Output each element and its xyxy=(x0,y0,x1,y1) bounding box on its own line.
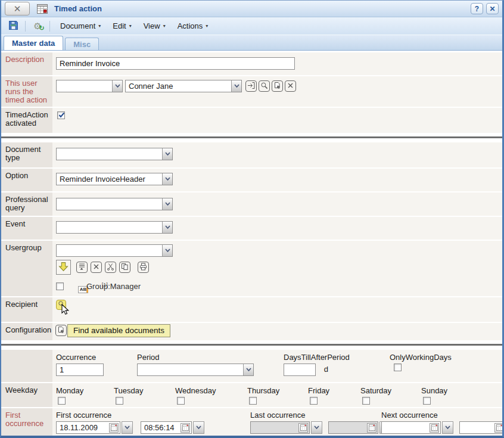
print-button[interactable] xyxy=(138,262,149,273)
menu-label: Document xyxy=(60,21,95,30)
first-date-value: 18.11.2009 xyxy=(60,423,109,432)
dropdown-arrow-icon[interactable] xyxy=(193,421,204,434)
clear-icon xyxy=(287,82,294,91)
days-till-after-period-label: DaysTillAfterPeriod xyxy=(284,353,350,362)
user-select[interactable]: Conner Jane xyxy=(125,80,242,92)
occurrence-input[interactable] xyxy=(56,364,104,376)
dropdown-arrow-icon[interactable] xyxy=(162,173,172,185)
first-date-field[interactable]: 18.11.2009 xyxy=(56,421,120,434)
dropdown-arrow-icon[interactable] xyxy=(162,198,172,210)
dropdown-arrow-icon[interactable] xyxy=(231,80,241,92)
period-select[interactable] xyxy=(137,364,254,376)
weekday-friday: Friday xyxy=(308,386,329,406)
menu-view[interactable]: View ▾ xyxy=(138,20,172,32)
dropdown-arrow-icon[interactable] xyxy=(112,80,122,92)
friday-checkbox[interactable] xyxy=(310,397,318,405)
help-button[interactable]: ? xyxy=(471,3,483,14)
copy-button[interactable] xyxy=(119,262,130,273)
tuesday-checkbox[interactable] xyxy=(116,397,123,405)
thursday-checkbox[interactable] xyxy=(249,397,257,405)
usergroup-select[interactable] xyxy=(56,244,173,257)
user-type-select[interactable] xyxy=(56,80,123,92)
configuration-row: Configuration Find available documents xyxy=(1,323,502,340)
goto-user-button[interactable] xyxy=(245,80,257,92)
close-window-left-button[interactable]: ✕ xyxy=(5,2,30,15)
saturday-checkbox[interactable] xyxy=(362,397,370,405)
professional-query-row: Professional query xyxy=(1,192,502,216)
days-till-after-period-group: DaysTillAfterPeriod d xyxy=(284,353,350,376)
configuration-button[interactable] xyxy=(55,325,67,336)
weekday-sunday: Sunday xyxy=(421,386,447,406)
save-button[interactable] xyxy=(5,19,21,33)
calendar-mini-icon xyxy=(298,423,308,433)
only-working-days-group: OnlyWorkingDays xyxy=(390,353,452,373)
chevron-down-icon: ▾ xyxy=(206,23,208,29)
clear-user-button[interactable] xyxy=(285,80,296,92)
days-unit-label: d xyxy=(324,365,328,374)
document-type-select[interactable] xyxy=(56,148,173,160)
next-occurrence-group: Next occurrence xyxy=(381,411,502,434)
tab-master-data[interactable]: Master data xyxy=(4,36,63,50)
usergroup-label: Usergroup xyxy=(1,241,52,296)
description-input[interactable] xyxy=(56,57,295,70)
first-time-field[interactable]: 08:56:14 xyxy=(141,421,192,434)
menu-actions[interactable]: Actions ▾ xyxy=(172,20,214,32)
select-all-button[interactable] xyxy=(76,262,88,273)
dropdown-arrow-icon[interactable] xyxy=(162,245,172,256)
add-usergroup-button[interactable] xyxy=(56,260,71,275)
save-icon xyxy=(8,20,18,32)
toolbar: ⚙↻ Document ▾ Edit ▾ View ▾ Actions ▾ xyxy=(1,17,502,35)
run-button[interactable]: ⚙↻ xyxy=(30,19,45,33)
option-select[interactable]: Reminder InvoiceHeader xyxy=(56,173,173,185)
dropdown-arrow-icon[interactable] xyxy=(442,421,453,434)
dropdown-arrow-icon[interactable] xyxy=(162,148,172,160)
toolbar-separator xyxy=(25,21,26,32)
paste-icon xyxy=(273,82,281,91)
next-time-field[interactable] xyxy=(459,421,502,434)
section-separator xyxy=(1,133,502,142)
option-label: Option xyxy=(1,169,52,191)
dropdown-arrow-icon[interactable] xyxy=(162,222,172,233)
days-till-after-period-input[interactable] xyxy=(284,364,316,376)
calendar-mini-icon[interactable] xyxy=(109,423,119,433)
event-select[interactable] xyxy=(56,221,173,234)
delete-entry-button[interactable] xyxy=(91,262,102,273)
wednesday-checkbox[interactable] xyxy=(177,397,185,405)
event-value xyxy=(57,222,162,233)
only-working-days-label: OnlyWorkingDays xyxy=(390,353,452,362)
first-occurrence-row-label: First occurrence xyxy=(1,408,52,436)
calendar-mini-icon[interactable] xyxy=(181,423,190,433)
professional-query-select[interactable] xyxy=(56,198,173,210)
close-button[interactable]: ✕ xyxy=(486,3,499,14)
menu-document[interactable]: Document ▾ xyxy=(54,20,107,32)
only-working-days-checkbox[interactable] xyxy=(394,364,402,371)
last-occurrence-date xyxy=(250,421,322,434)
next-date-field[interactable] xyxy=(381,421,441,434)
next-occurrence-label: Next occurrence xyxy=(381,411,502,420)
calendar-mini-icon[interactable] xyxy=(430,423,439,433)
group-entry-checkbox[interactable] xyxy=(56,282,64,290)
usergroup-row: Usergroup xyxy=(1,241,502,296)
menu-label: View xyxy=(144,21,160,30)
chevron-down-icon: ▾ xyxy=(98,23,101,29)
search-user-button[interactable] xyxy=(259,80,270,92)
first-occurrence-label: First occurrence xyxy=(56,411,204,420)
option-value: Reminder InvoiceHeader xyxy=(57,173,162,185)
dropdown-arrow-icon[interactable] xyxy=(122,421,133,434)
paste-icon xyxy=(57,326,65,336)
run-user-label: This user runs the timed action xyxy=(1,76,52,107)
monday-checkbox[interactable] xyxy=(58,397,66,405)
chevron-down-icon: ▾ xyxy=(129,23,132,29)
sunday-checkbox[interactable] xyxy=(423,397,431,405)
activated-checkbox[interactable] xyxy=(57,111,65,119)
cut-button[interactable] xyxy=(105,262,116,273)
dropdown-arrow-icon xyxy=(311,421,322,434)
calendar-mini-icon[interactable] xyxy=(494,423,502,433)
menu-edit[interactable]: Edit ▾ xyxy=(107,20,137,32)
weekday-tuesday: Tuesday xyxy=(114,386,143,406)
dropdown-arrow-icon[interactable] xyxy=(243,364,253,375)
paste-user-button[interactable] xyxy=(272,80,283,92)
period-group: Period xyxy=(137,353,254,376)
tab-misc[interactable]: Misc xyxy=(65,38,99,50)
activated-row: TimedAction activated xyxy=(1,108,502,133)
